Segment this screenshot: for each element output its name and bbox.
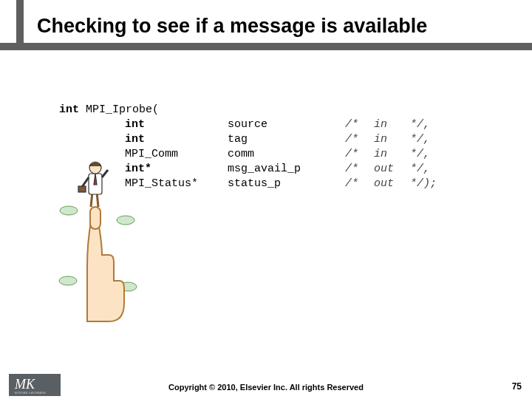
svg-line-8 [82, 177, 89, 187]
comment-open: /* [345, 148, 367, 160]
sig-param-row: int source /* in */, [59, 118, 437, 133]
svg-point-2 [59, 276, 77, 285]
slide-title: Checking to see if a message is availabl… [37, 15, 427, 38]
title-accent-horizontal [0, 43, 532, 50]
logo-subtext: MORGAN KAUFMANN [15, 392, 46, 395]
return-type: int [59, 103, 79, 116]
comment-dir: out [374, 163, 403, 175]
comment-open: /* [345, 118, 367, 131]
param-type: int [125, 133, 221, 146]
comment-open: /* [345, 177, 367, 190]
comment-close: */, [410, 118, 430, 131]
sig-line-0: int MPI_Iprobe( [59, 103, 437, 118]
comment-close: */, [410, 163, 430, 175]
comment-dir: in [374, 118, 403, 131]
svg-rect-10 [78, 186, 86, 192]
param-name: tag [228, 133, 338, 146]
comment-close: */, [410, 133, 430, 146]
svg-point-0 [60, 206, 78, 215]
comment-dir: in [374, 148, 403, 160]
svg-rect-4 [90, 207, 100, 229]
param-type: int* [125, 163, 221, 175]
comment-close: */, [410, 148, 430, 160]
svg-line-9 [102, 170, 108, 177]
comment-open: /* [345, 133, 367, 146]
page-number: 75 [512, 381, 522, 392]
comment-dir: out [374, 177, 403, 190]
comment-open: /* [345, 163, 367, 175]
param-type: MPI_Status* [125, 177, 221, 190]
param-type: MPI_Comm [125, 148, 221, 160]
param-name: source [228, 118, 338, 131]
function-name: MPI_Iprobe( [86, 103, 159, 116]
comment-close: */); [410, 177, 437, 190]
comment-dir: in [374, 133, 403, 146]
footer: MK MORGAN KAUFMANN Copyright © 2010, Els… [0, 374, 532, 399]
copyright-text: Copyright © 2010, Elsevier Inc. All righ… [0, 383, 532, 392]
clipart-man-on-hand-icon [58, 133, 139, 325]
param-name: status_p [228, 177, 338, 190]
param-type: int [125, 118, 221, 131]
slide: Checking to see if a message is availabl… [0, 0, 532, 399]
param-name: comm [228, 148, 338, 160]
svg-point-1 [117, 216, 134, 225]
param-name: msg_avail_p [228, 163, 338, 175]
